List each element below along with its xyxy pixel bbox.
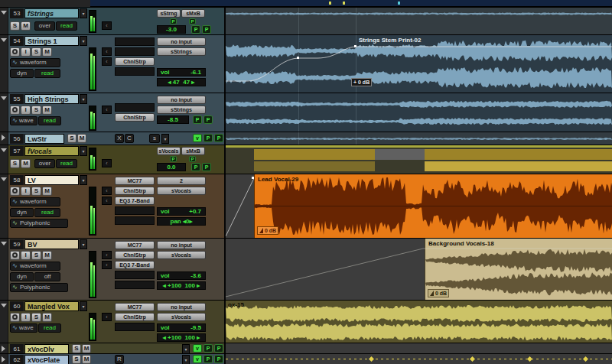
folder-clip-summary[interactable] [425, 161, 612, 171]
automation-breakpoint[interactable] [583, 356, 588, 362]
send-button[interactable]: sStrng [157, 9, 181, 18]
edit-lane-fvocals[interactable] [226, 145, 612, 174]
insert-button[interactable]: MC77 [115, 303, 155, 311]
pan-display[interactable]: pan ◂0▸ [157, 217, 206, 226]
edit-lane-high-strings[interactable] [226, 93, 612, 132]
selector-icon[interactable]: ‹ [102, 187, 112, 195]
playlist-button[interactable]: P [202, 163, 211, 171]
collapse-icon[interactable] [1, 177, 7, 181]
name-menu-arrow-icon[interactable]: ▾ [80, 301, 87, 311]
insert-button[interactable]: EQ3 7-Band [115, 197, 155, 205]
timeline-ruler[interactable] [90, 0, 612, 7]
output-selector[interactable]: sVocals [157, 313, 206, 321]
insert-slot[interactable] [115, 47, 155, 56]
output-selector[interactable]: sStrings [157, 106, 206, 114]
playlist-button[interactable]: P [191, 25, 200, 34]
edit-lane-mangled-vox[interactable]: ox-15 [226, 301, 612, 343]
voice-button[interactable]: v [193, 344, 202, 353]
playlist-button[interactable]: P [214, 134, 223, 142]
playlist-button[interactable]: P [191, 163, 200, 171]
automation-mode-button[interactable]: read [38, 323, 61, 333]
selector-icon[interactable]: ‹ [102, 261, 112, 269]
clip-background-vocals[interactable]: Background Vocals-18 0 dB [425, 239, 612, 300]
record-safe-button[interactable]: R [115, 355, 124, 364]
clip-label[interactable]: Background Vocals-18 [428, 240, 494, 247]
marker-icon[interactable] [398, 2, 400, 5]
selector-icon[interactable]: ‹ [102, 106, 112, 114]
input-monitor-button[interactable]: I [21, 47, 31, 57]
selector-icon[interactable]: ‹ [102, 47, 112, 56]
track-name[interactable]: LV [24, 175, 79, 185]
collapse-icon[interactable] [1, 96, 7, 100]
collapse-icon[interactable] [1, 11, 7, 15]
solo-button[interactable]: S [31, 251, 41, 260]
solo-button[interactable]: S [72, 355, 81, 364]
mute-button[interactable]: M [42, 106, 52, 115]
track-view-selector[interactable]: ∿waveform [10, 262, 60, 271]
insert-button[interactable]: ChnlStrp [115, 187, 155, 195]
insert-slot[interactable] [115, 206, 155, 215]
output-selector[interactable]: sVocals [157, 187, 206, 195]
mute-button[interactable]: M [82, 355, 91, 364]
record-button[interactable] [10, 187, 20, 196]
insert-button[interactable]: ChnlStrp [115, 313, 155, 321]
input-selector[interactable]: no input [157, 241, 206, 249]
collapse-icon[interactable] [2, 135, 5, 141]
insert-button[interactable]: ChnlStrp [115, 251, 155, 259]
edit-lane-bv[interactable]: Background Vocals-18 0 dB [226, 239, 612, 300]
automation-mode-button[interactable]: read [34, 208, 60, 217]
folder-clip-summary[interactable] [254, 161, 375, 171]
volume-display[interactable]: 0.0 [157, 163, 186, 171]
edit-lane-lv[interactable]: Lead Vocal-29 0 dB [226, 174, 612, 238]
input-selector[interactable]: 2 [157, 177, 206, 185]
collapse-icon[interactable] [1, 242, 7, 245]
mute-button[interactable]: M [82, 344, 91, 353]
record-button[interactable] [10, 106, 20, 115]
input-monitor-button[interactable]: I [21, 187, 31, 196]
volume-display[interactable]: -3.0 [157, 25, 186, 34]
track-name[interactable]: LwStr [24, 134, 64, 144]
send-button[interactable]: sMxB [181, 147, 205, 155]
automation-lane-selector[interactable]: dyn [10, 272, 34, 281]
mute-button[interactable]: M [42, 313, 52, 322]
clip-vox[interactable]: ox-15 [226, 301, 612, 343]
solo-button[interactable]: S [31, 47, 41, 57]
output-selector[interactable]: sVocals [157, 251, 206, 259]
automation-mode-button[interactable]: read [38, 116, 61, 125]
marker-icon[interactable] [329, 2, 331, 5]
automation-breakpoint[interactable] [470, 356, 475, 362]
collapse-icon[interactable] [1, 304, 7, 307]
playlist-button[interactable]: P [203, 344, 213, 353]
solo-button[interactable]: S [31, 313, 41, 322]
selector-icon[interactable]: ‹ [102, 21, 112, 30]
mute-button[interactable]: M [42, 187, 52, 196]
automation-lane-selector[interactable]: dyn [10, 208, 34, 217]
volume-display[interactable]: vol+0.7 [157, 207, 206, 216]
name-menu-arrow-icon[interactable]: ▾ [80, 36, 87, 46]
insert-slot[interactable] [115, 271, 155, 279]
pan-display[interactable]: ◂ +100 100 ▸ [157, 333, 206, 342]
name-menu-arrow-icon[interactable]: ▾ [80, 239, 87, 249]
edit-lane-xvocplate[interactable] [226, 354, 612, 364]
automation-mode-button[interactable]: read [34, 69, 60, 78]
solo-button[interactable]: S [10, 21, 20, 31]
fade-automation-line[interactable] [226, 174, 256, 238]
clip-lead-vocal[interactable]: Lead Vocal-29 0 dB [254, 174, 612, 238]
pre-fader-button[interactable]: P [170, 18, 177, 24]
playlist-button[interactable]: P [214, 344, 223, 353]
track-name[interactable]: fVocals [24, 146, 79, 156]
collapse-icon[interactable] [1, 38, 7, 42]
track-view-selector[interactable]: ∿wave [10, 323, 37, 333]
track-view-selector[interactable]: ∿waveform [10, 58, 60, 67]
insert-button[interactable]: MC77 [115, 241, 155, 249]
pre-fader-button[interactable]: P [189, 156, 196, 162]
clip-label[interactable]: Strings Stem Print-02 [359, 37, 421, 44]
solo-button[interactable]: S [31, 106, 41, 115]
playlist-button[interactable]: P [202, 25, 211, 34]
selector-icon[interactable]: ‹ [102, 57, 112, 66]
record-button[interactable] [10, 251, 20, 260]
input-selector[interactable]: no input [157, 37, 206, 46]
input-selector[interactable]: no input [157, 96, 206, 104]
folder-clip-summary[interactable] [254, 149, 612, 160]
name-menu-arrow-icon[interactable]: ▾ [80, 146, 87, 156]
